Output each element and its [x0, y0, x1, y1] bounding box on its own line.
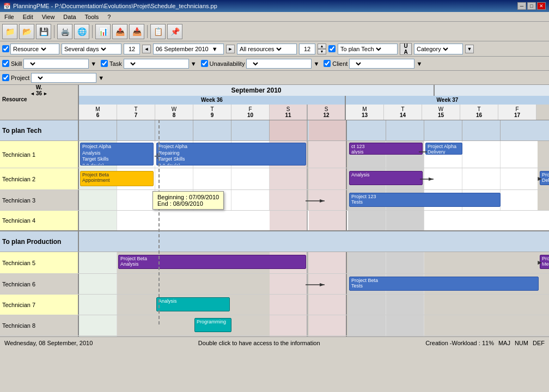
week-nav-label: W.	[36, 85, 42, 90]
view-selector[interactable]: Resource	[10, 44, 59, 54]
client-selector[interactable]	[349, 59, 414, 69]
tech1-cells[interactable]: Project AlphaAnalysisTarget Skills2.0 da…	[79, 141, 549, 168]
tech4-cells[interactable]	[79, 211, 549, 230]
task-beta-tests-tech6[interactable]: Project BetaTests	[349, 277, 539, 291]
task-programming-tech8[interactable]: Programming	[194, 318, 231, 332]
duration-select[interactable]: Several days	[62, 44, 108, 54]
client-check[interactable]	[324, 60, 331, 67]
unavail-dropdown-icon[interactable]: ▼	[313, 60, 319, 67]
task-select[interactable]	[124, 59, 137, 68]
task-beta-appointment[interactable]: Project BetaAppointment	[80, 171, 154, 186]
vehicle1-cells[interactable]	[79, 336, 549, 336]
menu-edit[interactable]: Edit	[21, 13, 35, 21]
skill-selector[interactable]	[23, 59, 89, 69]
project-filter: Project ▼	[2, 73, 104, 83]
row-technician3: Technician 3	[0, 190, 549, 211]
project-check[interactable]	[2, 74, 9, 81]
menu-file[interactable]: File	[2, 13, 16, 21]
week36-label: Week 36	[79, 96, 346, 105]
print-button[interactable]: 🖨️	[57, 24, 72, 39]
chart-button[interactable]: 📊	[95, 24, 111, 39]
toplan-check[interactable]	[328, 45, 335, 52]
menu-help[interactable]: ?	[105, 13, 113, 21]
resources-count[interactable]	[299, 44, 315, 54]
task-alpha-delivery[interactable]: Project AlphaDelivery	[425, 143, 462, 155]
week-next-btn[interactable]: ►	[43, 91, 48, 96]
skill-select[interactable]	[24, 59, 37, 68]
task-analysis-tech2[interactable]: Analysis	[349, 171, 423, 185]
import-button[interactable]: 📥	[129, 24, 144, 39]
task-proj123-tests-tech3[interactable]: Project 123Tests	[349, 193, 501, 207]
tech5-cells[interactable]: Project BetaAnalysis Project 123Meeting …	[79, 252, 549, 273]
date-picker[interactable]: 06 September 2010 ▼	[153, 44, 224, 54]
statusbar: Wednesday, 08 September, 2010 Double cli…	[0, 336, 549, 348]
grid-body[interactable]: To plan Tech	[0, 120, 549, 336]
project-select[interactable]	[32, 74, 45, 82]
client-select[interactable]	[350, 59, 363, 68]
project-dropdown-icon[interactable]: ▼	[98, 75, 104, 81]
tech6-cells[interactable]: Project BetaTests	[79, 274, 549, 294]
task-check[interactable]	[101, 60, 108, 67]
category-expand[interactable]: ▼	[465, 45, 474, 53]
project-selector[interactable]	[31, 73, 96, 83]
task-analysis-tech7[interactable]: Analysis	[156, 297, 230, 311]
tech8-label: Technician 8	[0, 315, 79, 335]
category-select[interactable]: Category	[414, 44, 450, 54]
task-dropdown-icon[interactable]: ▼	[191, 60, 197, 67]
duration-count-input[interactable]	[124, 46, 139, 52]
tech8-cells[interactable]: Programming	[79, 315, 549, 335]
unavail-select[interactable]	[247, 59, 260, 68]
unavail-check[interactable]	[201, 60, 208, 67]
calendar-icon[interactable]: ▼	[212, 46, 218, 52]
unavail-selector[interactable]	[246, 59, 312, 69]
titlebar: 📅 PlanningPME - P:\Documentation\Evoluti…	[0, 0, 549, 12]
toplan-selector[interactable]: To plan Tech	[338, 44, 398, 54]
next-button[interactable]: ►	[226, 45, 235, 53]
resources-selector[interactable]: All resources	[237, 44, 297, 54]
task-selector[interactable]	[124, 59, 189, 69]
day-header-7: T7	[117, 105, 155, 120]
resources-select[interactable]: All resources	[237, 44, 283, 54]
new-button[interactable]: 📁	[2, 24, 17, 39]
task-beta-analysis-tech5[interactable]: Project BetaAnalysis	[118, 255, 306, 269]
save-button[interactable]: 💾	[36, 24, 51, 39]
date-value: 06 September 2010	[156, 46, 209, 52]
tech7-cells[interactable]: Analysis	[79, 295, 549, 315]
task-alpha-analysis[interactable]: Project AlphaAnalysisTarget Skills2.0 da…	[80, 143, 154, 166]
vehicle1-label: Vehicle 1	[0, 336, 79, 336]
export-button[interactable]: 📤	[112, 24, 127, 39]
menu-tools[interactable]: Tools	[83, 13, 101, 21]
day-header-8: W8	[155, 105, 193, 120]
close-button[interactable]: ✕	[537, 2, 546, 10]
prev-button[interactable]: ◄	[142, 45, 151, 53]
toplan-select[interactable]: To plan Tech	[338, 44, 383, 54]
count-down-button[interactable]: ▼	[318, 49, 326, 54]
open-button[interactable]: 📂	[19, 24, 34, 39]
skill-check[interactable]	[2, 60, 9, 67]
duration-selector[interactable]: Several days	[62, 44, 121, 54]
duration-count[interactable]	[124, 44, 140, 54]
week-prev-btn[interactable]: ◄	[30, 91, 35, 96]
web-button[interactable]: 🌐	[74, 24, 89, 39]
count-up-button[interactable]: ▲	[318, 44, 326, 49]
resource-check[interactable]	[2, 45, 9, 52]
minimize-button[interactable]: ─	[517, 2, 526, 10]
tech2-cells[interactable]: Project BetaAppointment Analysis	[79, 168, 549, 189]
task-alpha-repairing[interactable]: Project AlphaRepairingTarget Skills2.0 d…	[156, 143, 306, 166]
view-select[interactable]: Resource	[11, 44, 48, 54]
menu-view[interactable]: View	[40, 13, 57, 21]
task-proj123-analysis[interactable]: ct 123alysis	[349, 143, 423, 155]
maximize-button[interactable]: □	[527, 2, 536, 10]
tech3-cells[interactable]: Project 123Tests	[79, 190, 549, 210]
status-date: Wednesday, 08 September, 2010	[4, 340, 93, 346]
skill-dropdown-icon[interactable]: ▼	[90, 60, 96, 67]
row-technician7: Technician 7 Analysis	[0, 295, 549, 315]
row-technician6: Technician 6	[0, 274, 549, 295]
client-dropdown-icon[interactable]: ▼	[416, 60, 422, 67]
resources-count-input[interactable]	[300, 46, 315, 52]
copy-button[interactable]: 📋	[150, 24, 166, 39]
main-area: W. ◄ 36 ► September 2010 Resource	[0, 85, 549, 336]
menu-data[interactable]: Data	[61, 13, 78, 21]
category-selector[interactable]: Category	[414, 44, 463, 54]
paste-button[interactable]: 📌	[167, 24, 182, 39]
